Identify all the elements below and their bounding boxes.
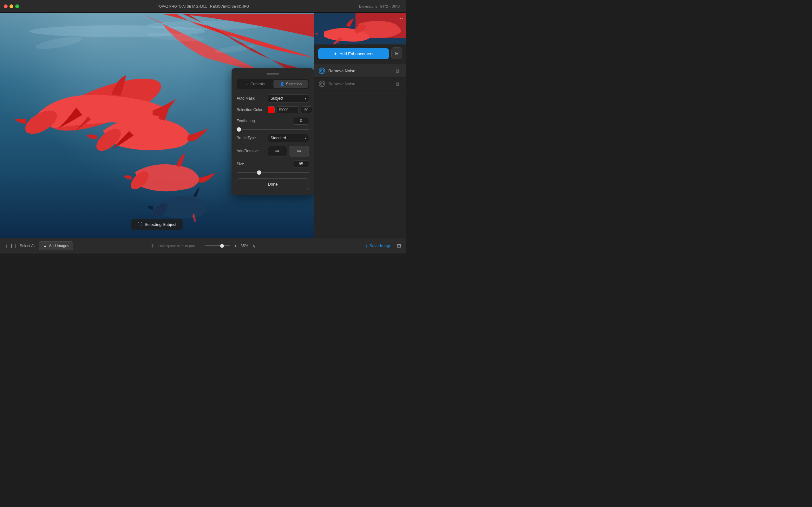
size-slider-thumb[interactable] — [257, 170, 261, 175]
controls-icon: ← — [245, 82, 249, 86]
remove-brush-button[interactable]: ✏ — [290, 146, 309, 156]
export-icon: ⊞ — [397, 243, 401, 248]
right-sidebar: ⋯ ✦ Add Enhancement ⊟ Remove Noise 🗑 — [314, 13, 406, 238]
svg-point-7 — [35, 35, 83, 51]
size-label: Size — [237, 162, 265, 166]
pan-icon: ✛ — [151, 243, 154, 248]
tab-selection[interactable]: 👤 Selection — [273, 80, 308, 88]
enhance-item-label-2: Remove Noise — [328, 81, 390, 86]
remove-brush-icon: ✏ — [297, 148, 301, 154]
enhancement-buttons-row: ✦ Add Enhancement ⊟ — [314, 44, 406, 64]
selection-color-row: Selection Color % — [237, 106, 309, 113]
export-button[interactable]: ⊞ — [397, 243, 401, 249]
thumbnail-menu-button[interactable]: ⋯ — [398, 15, 403, 21]
zoom-slider-track[interactable] — [205, 245, 230, 246]
app-title: TOPAZ PHOTO AI BETA 2.4.0.1 - REMOVENOIS… — [157, 4, 249, 8]
add-brush-icon: ✏ — [275, 148, 279, 154]
titlebar: TOPAZ PHOTO AI BETA 2.4.0.1 - REMOVENOIS… — [0, 0, 406, 13]
selecting-icon: ⛶ — [138, 222, 142, 227]
add-remove-row: Add/Remove ✏ ✏ — [237, 146, 309, 156]
add-images-button[interactable]: ▲ Add Images — [39, 241, 73, 250]
thumbnail-area: ⋯ — [314, 13, 406, 44]
select-all-checkbox[interactable] — [11, 244, 16, 248]
enhance-item-icon-active — [319, 68, 325, 74]
feathering-input[interactable] — [293, 117, 309, 125]
brush-type-row: Brush Type Standard Soft Hard — [237, 134, 309, 142]
thumbnail-image — [314, 13, 406, 44]
thumbnail-svg — [314, 13, 406, 44]
size-input[interactable] — [293, 160, 309, 168]
zoom-slider-thumb[interactable] — [220, 244, 224, 248]
selection-color-label: Selection Color — [237, 108, 265, 112]
color-row: % — [268, 106, 314, 113]
panel-drag-handle[interactable] — [266, 73, 279, 74]
brush-type-label: Brush Type — [237, 136, 265, 140]
noise-icon-inactive — [320, 82, 324, 86]
auto-mask-label: Auto Mask — [237, 96, 265, 101]
bottom-left: ↑ Select All ▲ Add Images — [5, 241, 97, 250]
zoom-up-icon: ∧ — [252, 243, 255, 248]
traffic-lights — [4, 4, 19, 8]
canvas-image: ← Controls 👤 Selection Auto Mask Subject — [0, 13, 314, 238]
color-swatch[interactable] — [268, 106, 275, 113]
panel-tabs: ← Controls 👤 Selection — [237, 79, 309, 89]
noise-icon-active — [320, 69, 324, 73]
add-remove-buttons: ✏ ✏ — [268, 146, 309, 156]
enhance-item-remove-noise-1[interactable]: Remove Noise 🗑 — [314, 64, 406, 77]
add-enhancement-button[interactable]: ✦ Add Enhancement — [318, 48, 389, 59]
minimize-button[interactable] — [9, 4, 13, 8]
dimensions-label: Dimensions — [359, 4, 377, 8]
selection-tab-label: Selection — [286, 82, 302, 86]
opacity-input[interactable] — [301, 106, 312, 113]
size-section: Size — [237, 160, 309, 173]
brush-type-select[interactable]: Standard Soft Hard — [268, 134, 309, 142]
zoom-plus-icon[interactable]: + — [234, 243, 237, 248]
select-all-label[interactable]: Select All — [20, 244, 35, 248]
add-brush-button[interactable]: ✏ — [268, 146, 287, 156]
save-icon: ↑ — [365, 243, 368, 248]
feathering-slider-thumb[interactable] — [237, 127, 241, 132]
add-enhancement-icon: ✦ — [334, 51, 337, 56]
add-images-label: Add Images — [49, 244, 69, 248]
enhance-item-label-1: Remove Noise — [328, 68, 390, 73]
image-dimensions: Dimensions 5472 × 3648 — [359, 4, 400, 8]
feathering-section: Feathering — [237, 117, 309, 130]
canvas-area[interactable]: ← Controls 👤 Selection Auto Mask Subject — [0, 13, 314, 238]
save-image-button[interactable]: ↑ Save Image — [365, 243, 391, 248]
enhance-item-remove-noise-2[interactable]: Remove Noise 🗑 — [314, 77, 406, 91]
auto-mask-select[interactable]: Subject Background Sky None — [268, 94, 309, 103]
delete-enhancement-2-button[interactable]: 🗑 — [393, 80, 401, 87]
size-top: Size — [237, 160, 309, 168]
size-slider-track[interactable] — [237, 172, 309, 173]
close-button[interactable] — [4, 4, 8, 8]
crop-button[interactable]: ⊟ — [391, 47, 402, 59]
selecting-subject-overlay: ⛶ Selecting Subject — [131, 219, 183, 230]
add-images-icon: ▲ — [43, 244, 47, 248]
selection-person-icon: 👤 — [280, 82, 285, 86]
main-layout: ← Controls 👤 Selection Auto Mask Subject — [0, 13, 406, 238]
done-button[interactable]: Done — [237, 178, 309, 190]
crop-icon: ⊟ — [395, 51, 399, 56]
feathering-slider-track[interactable] — [237, 129, 309, 130]
feathering-top: Feathering — [237, 117, 309, 125]
enhance-item-icon-inactive — [319, 80, 325, 87]
zoom-minus-icon[interactable]: − — [198, 243, 201, 248]
selecting-subject-label: Selecting Subject — [145, 222, 176, 227]
feathering-slider-row — [237, 129, 309, 130]
selection-panel: ← Controls 👤 Selection Auto Mask Subject — [232, 68, 314, 195]
brush-type-select-wrapper[interactable]: Standard Soft Hard — [268, 134, 309, 142]
zoom-up-button[interactable]: ∧ — [252, 243, 255, 248]
save-label: Save Image — [370, 243, 391, 248]
dimensions-value: 5472 × 3648 — [380, 4, 400, 8]
hex-input[interactable] — [276, 106, 299, 113]
size-slider-row — [237, 172, 309, 173]
auto-mask-select-wrapper[interactable]: Subject Background Sky None — [268, 94, 309, 103]
delete-enhancement-1-button[interactable]: 🗑 — [393, 68, 401, 74]
bottom-right: ↑ Save Image ⊞ — [309, 242, 401, 250]
upload-icon: ↑ — [5, 243, 8, 248]
upload-button[interactable]: ↑ — [5, 243, 8, 249]
zoom-level-label: 35% — [241, 244, 248, 248]
maximize-button[interactable] — [15, 4, 19, 8]
controls-tab-label: Controls — [251, 82, 265, 86]
tab-controls[interactable]: ← Controls — [238, 80, 272, 88]
